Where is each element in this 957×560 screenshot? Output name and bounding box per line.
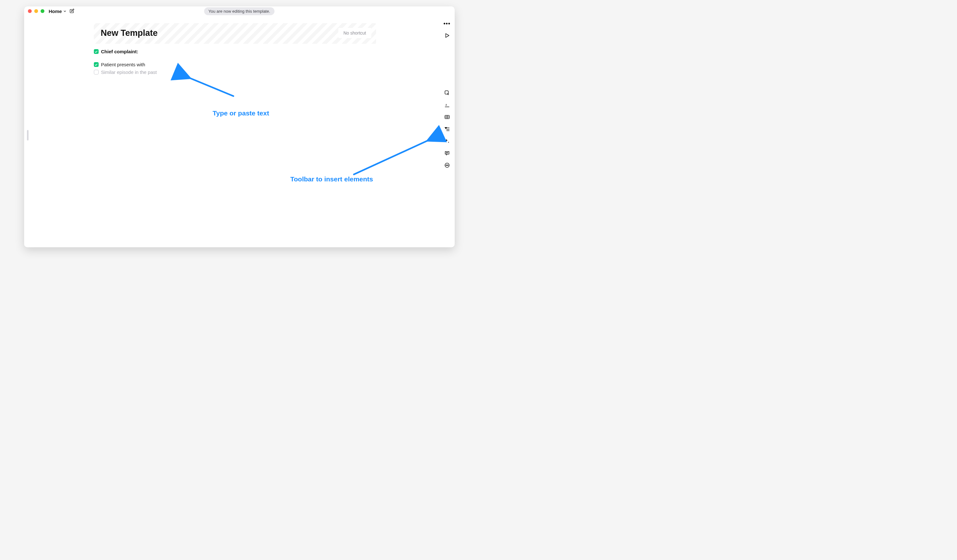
app-window: Home You are now editing this template. … (24, 6, 455, 247)
arrow-icon (183, 74, 237, 99)
checkbox-checked[interactable] (94, 62, 99, 67)
comment-icon (444, 150, 450, 156)
more-circle-icon (444, 162, 450, 168)
cursor-click-icon (444, 90, 450, 96)
arrow-icon (349, 136, 435, 178)
titlebar: Home You are now editing this template. (24, 6, 455, 16)
list-item[interactable]: Patient presents with (94, 62, 376, 67)
annotation-toolbar-text: Toolbar to insert elements (291, 175, 373, 183)
table-icon (444, 114, 450, 120)
play-button[interactable] (444, 32, 450, 39)
svg-marker-7 (445, 128, 447, 129)
more-icon: ••• (444, 20, 451, 27)
svg-marker-0 (445, 34, 449, 38)
svg-line-18 (354, 139, 430, 174)
right-rail: ••• a (444, 20, 450, 169)
shortcut-field[interactable]: No shortcut (338, 28, 371, 38)
insert-text-style-button[interactable]: a (444, 102, 450, 108)
close-window-button[interactable] (28, 9, 32, 13)
compose-icon[interactable] (69, 9, 74, 14)
breadcrumb[interactable]: Home (49, 9, 67, 14)
more-button[interactable]: ••• (444, 20, 450, 27)
traffic-lights (28, 9, 44, 13)
svg-text:a: a (445, 103, 447, 106)
editing-banner-text: You are now editing this template. (208, 9, 270, 14)
svg-point-16 (448, 165, 448, 166)
chevron-down-icon (63, 9, 66, 13)
sparkle-icon (444, 138, 450, 144)
minimize-window-button[interactable] (34, 9, 38, 13)
checkbox-checked[interactable] (94, 49, 99, 54)
svg-point-14 (446, 165, 447, 166)
page-title[interactable]: New Template (101, 28, 158, 38)
sidebar-toggle[interactable] (27, 130, 28, 140)
insert-comment-button[interactable] (444, 150, 450, 156)
insert-filter-button[interactable] (444, 126, 450, 132)
list-item-text: Similar episode in the past (101, 69, 157, 75)
maximize-window-button[interactable] (41, 9, 44, 13)
checkbox-unchecked[interactable] (94, 70, 99, 74)
header-inner: New Template No shortcut (94, 23, 376, 44)
check-icon (95, 63, 98, 66)
text-style-icon: a (444, 102, 450, 108)
annotation-arrow (183, 74, 237, 100)
annotation-type-text: Type or paste text (213, 109, 269, 117)
section-label: Chief complaint (101, 49, 137, 54)
list-item-text: Patient presents with (101, 62, 145, 67)
section-suffix: : (137, 49, 138, 54)
more-circle-button[interactable] (444, 162, 450, 169)
svg-line-17 (187, 77, 234, 96)
insert-table-button[interactable] (444, 114, 450, 120)
filter-icon (444, 126, 450, 132)
breadcrumb-label: Home (49, 9, 62, 14)
section-row[interactable]: Chief complaint: (94, 49, 376, 54)
insert-cursor-button[interactable] (444, 90, 450, 96)
template-header: New Template No shortcut (94, 23, 376, 44)
check-icon (95, 50, 98, 53)
annotation-arrow (349, 136, 435, 178)
svg-point-15 (447, 165, 447, 166)
editing-banner: You are now editing this template. (204, 7, 275, 15)
insert-ai-button[interactable] (444, 138, 450, 144)
editor-content[interactable]: Chief complaint: Patient presents with S… (94, 49, 376, 75)
section-text-wrap: Chief complaint: (101, 49, 139, 54)
play-icon (444, 33, 450, 38)
